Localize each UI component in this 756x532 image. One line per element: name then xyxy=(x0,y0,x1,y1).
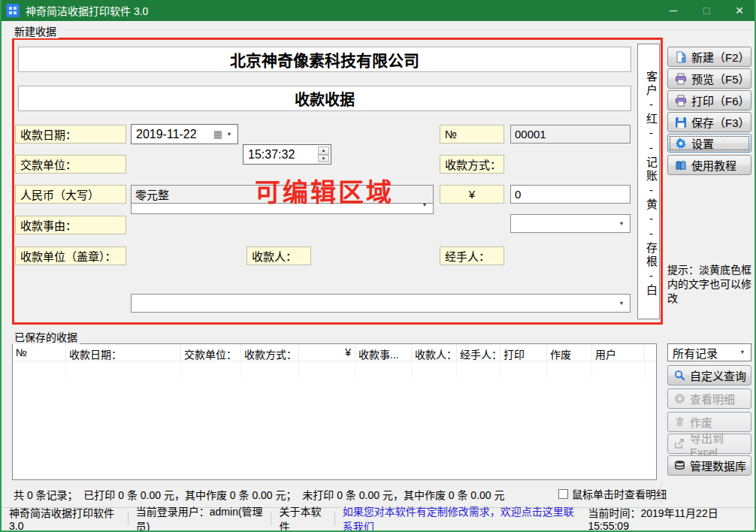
time-spinner: ▲ ▼ xyxy=(318,147,329,162)
manage-database-label: 管理数据库 xyxy=(690,458,746,473)
view-on-click-option[interactable]: 鼠标单击时查看明细 xyxy=(558,486,667,501)
preview-button[interactable]: 预览（F5） xyxy=(667,68,751,89)
record-filter-value: 所有记录 xyxy=(673,345,718,361)
yuan-label[interactable]: ¥ xyxy=(440,185,504,204)
group-divider xyxy=(65,29,751,30)
number-label[interactable]: № xyxy=(440,125,504,144)
app-window: 神奇简洁收据打印软件 3.0 ─ □ × 新建收据 北京神奇像素科技有限公司 收… xyxy=(0,0,756,532)
preview-button-label: 预览（F5） xyxy=(691,71,750,86)
reason-dropdown[interactable]: ▼ xyxy=(131,294,631,313)
view-on-click-checkbox[interactable] xyxy=(558,489,568,499)
divider xyxy=(661,483,661,503)
number-field[interactable]: 00001 xyxy=(510,125,631,144)
payer-label[interactable]: 交款单位： xyxy=(15,155,126,174)
gear-icon xyxy=(675,138,687,150)
records-summary: 共 0 条记录； 已打印 0 条 0.00 元，其中作废 0 条 0.00 元；… xyxy=(14,487,505,502)
date-label[interactable]: 收款日期： xyxy=(15,125,126,144)
tutorial-button-label: 使用教程 xyxy=(691,157,736,173)
saved-receipts-table[interactable]: № 收款日期： 交款单位： 收款方式： ¥ 收款事... 收款人： 经手人： 打… xyxy=(12,343,657,480)
time-picker[interactable]: 15:37:32 ▲ ▼ xyxy=(243,144,331,165)
column-header-user[interactable]: 用户 xyxy=(592,344,645,361)
print-button-label: 打印（F6） xyxy=(691,92,750,108)
search-icon xyxy=(674,370,685,381)
column-header-number[interactable]: № xyxy=(13,344,66,361)
statusbar-contact-link[interactable]: 如果您对本软件有定制修改需求，欢迎点击这里联系我们 xyxy=(335,512,588,525)
new-receipt-group-label: 新建收据 xyxy=(12,23,59,38)
window-title: 神奇简洁收据打印软件 3.0 xyxy=(26,3,148,18)
statusbar-current-time: 当前时间：2019年11月22日 15:55:09 xyxy=(588,505,754,532)
statusbar-about-link[interactable]: 关于本软件 xyxy=(271,512,334,525)
column-header-amount[interactable]: ¥ xyxy=(299,344,355,361)
reason-label[interactable]: 收款事由： xyxy=(15,216,126,234)
custom-query-button[interactable]: 自定义查询 xyxy=(667,365,751,385)
view-details-label: 查看明细 xyxy=(690,391,735,407)
method-label[interactable]: 收款方式： xyxy=(440,155,504,174)
printer-icon xyxy=(675,95,687,107)
statusbar-current-user: 当前登录用户：admin(管理员) xyxy=(129,512,272,525)
column-header-payee[interactable]: 收款人： xyxy=(412,344,457,361)
new-document-icon xyxy=(675,51,687,63)
column-header-payer[interactable]: 交款单位： xyxy=(181,344,241,361)
amount-field[interactable]: 0 xyxy=(510,185,631,204)
time-value: 15:37:32 xyxy=(248,148,295,162)
statusbar-app-name: 神奇简洁收据打印软件 3.0 xyxy=(2,512,129,525)
saved-receipts-group-label: 已保存的收据 xyxy=(12,329,80,344)
export-icon xyxy=(674,438,685,449)
table-header-row: № 收款日期： 交款单位： 收款方式： ¥ 收款事... 收款人： 经手人： 打… xyxy=(13,344,656,361)
book-icon xyxy=(675,159,687,171)
save-button-label: 保存（F3） xyxy=(691,114,750,130)
column-header-method[interactable]: 收款方式： xyxy=(241,344,299,361)
date-picker[interactable]: 2019-11-22 ▦ ▼ xyxy=(131,124,238,144)
chevron-down-icon[interactable]: ▼ xyxy=(226,131,231,138)
statusbar: 神奇简洁收据打印软件 3.0 当前登录用户：admin(管理员) 关于本软件 如… xyxy=(2,507,754,529)
column-header-handler[interactable]: 经手人： xyxy=(457,344,500,361)
column-header-voided[interactable]: 作废 xyxy=(547,344,592,361)
column-header-reason[interactable]: 收款事... xyxy=(355,344,412,361)
titlebar: 神奇简洁收据打印软件 3.0 ─ □ × xyxy=(0,0,756,21)
column-header-date[interactable]: 收款日期： xyxy=(66,344,181,361)
minimize-button[interactable]: ─ xyxy=(657,0,690,21)
stamp-label[interactable]: 收款单位（盖章）： xyxy=(15,246,126,265)
save-icon xyxy=(675,116,687,128)
receipt-title-input[interactable]: 收款收据 xyxy=(18,86,631,111)
chevron-down-icon: ▼ xyxy=(739,349,745,356)
print-preview-icon xyxy=(675,73,687,85)
view-details-button[interactable]: 查看明细 xyxy=(667,388,751,409)
settings-button[interactable]: 设置 xyxy=(667,134,751,153)
tutorial-button[interactable]: 使用教程 xyxy=(667,155,751,175)
method-dropdown[interactable]: ▼ xyxy=(510,214,631,233)
payee-label[interactable]: 收款人： xyxy=(246,246,311,265)
yellow-fields-hint: 提示：淡黄底色框内的文字也可以修改 xyxy=(667,263,756,306)
amount-words-field[interactable]: 零元整 xyxy=(131,185,434,204)
company-name-input[interactable]: 北京神奇像素科技有限公司 xyxy=(18,47,631,72)
new-button-label: 新建（F2） xyxy=(691,49,750,65)
void-label: 作废 xyxy=(690,414,712,430)
chevron-down-icon: ▼ xyxy=(618,300,624,307)
export-excel-label: 导出到Excel xyxy=(690,430,751,458)
save-button[interactable]: 保存（F3） xyxy=(667,112,751,132)
table-row xyxy=(13,361,656,378)
editable-receipt-area: 北京神奇像素科技有限公司 收款收据 收款日期： 2019-11-22 ▦ ▼ 1… xyxy=(12,38,663,325)
print-button[interactable]: 打印（F6） xyxy=(667,90,751,110)
export-excel-button[interactable]: 导出到Excel xyxy=(667,434,751,454)
record-filter-dropdown[interactable]: 所有记录 ▼ xyxy=(667,343,751,361)
handler-label[interactable]: 经手人： xyxy=(440,246,504,265)
settings-button-label: 设置 xyxy=(691,135,714,151)
custom-query-label: 自定义查询 xyxy=(690,367,746,383)
column-header-printed[interactable]: 打印 xyxy=(500,344,547,361)
spinner-up-icon[interactable]: ▲ xyxy=(318,147,329,155)
spinner-down-icon[interactable]: ▼ xyxy=(318,155,329,163)
close-button[interactable]: × xyxy=(723,0,756,21)
maximize-button[interactable]: □ xyxy=(690,0,723,21)
view-on-click-label: 鼠标单击时查看明细 xyxy=(572,486,667,501)
manage-database-button[interactable]: 管理数据库 xyxy=(667,455,751,476)
view-details-icon xyxy=(674,393,685,404)
trash-icon xyxy=(674,416,685,428)
amount-words-label[interactable]: 人民币（大写） xyxy=(15,185,126,204)
database-icon xyxy=(674,460,685,471)
copy-color-strip: 客户-红--记账-黄--存根-白 xyxy=(637,44,660,319)
window-controls: ─ □ × xyxy=(657,0,756,21)
new-button[interactable]: 新建（F2） xyxy=(667,47,751,67)
app-icon xyxy=(6,4,20,17)
chevron-down-icon: ▼ xyxy=(618,220,624,227)
